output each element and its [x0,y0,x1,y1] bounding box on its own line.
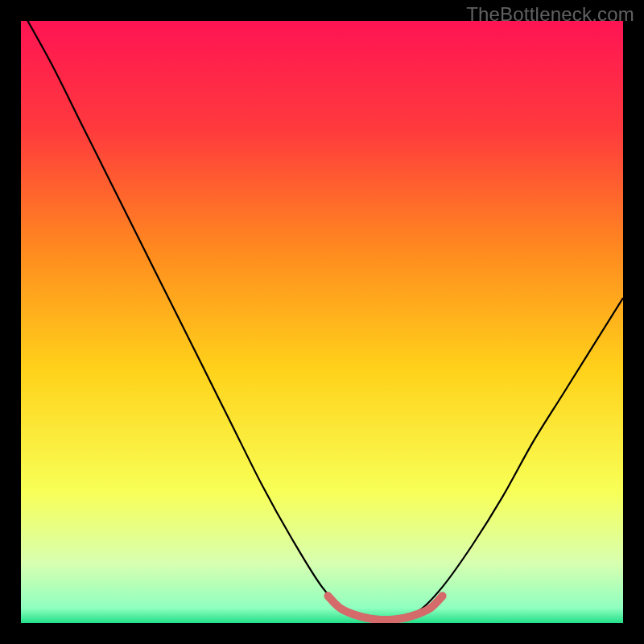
gradient-background [21,21,623,623]
plot-area [21,21,623,623]
bottleneck-chart [21,21,623,623]
chart-frame: TheBottleneck.com [0,0,644,644]
watermark-text: TheBottleneck.com [466,3,634,26]
